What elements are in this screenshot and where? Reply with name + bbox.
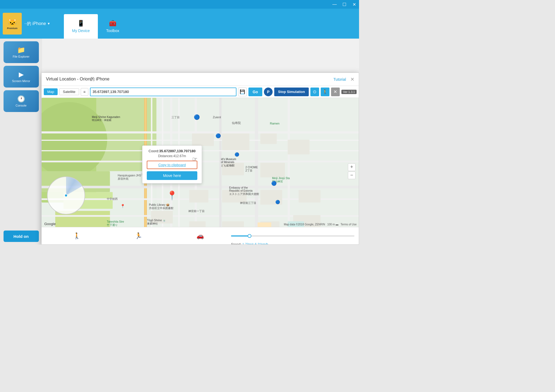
dialog-titlebar: Virtual Location - Orion的 iPhone Tutoria… [42, 73, 359, 86]
screen-mirror-icon: ▶ [19, 71, 24, 78]
popup-coordinate: Coord:35.672897,139.707180 [147, 149, 197, 153]
save-button[interactable]: 💾 [238, 88, 247, 96]
speed-slider[interactable]: Speed: 1.73m/s 6.21km/h [231, 231, 354, 241]
device-name-text: ··的 iPhone [24, 21, 46, 27]
toolbox-label: Toolbox [106, 29, 119, 33]
svg-rect-30 [260, 163, 285, 178]
device-selector[interactable]: ··的 iPhone ▼ [24, 21, 50, 27]
zoom-controls: + − [348, 163, 356, 179]
satellite-view-button[interactable]: Satellite [59, 88, 79, 95]
coord-value-bold: 35.672897,139.707180 [159, 149, 196, 153]
svg-rect-27 [260, 133, 277, 144]
map-icon-4: 🔵 [271, 181, 277, 186]
label-ramen: Ramen [270, 122, 279, 125]
svg-rect-26 [222, 133, 250, 150]
version-badge: Ver 1.3.1 [341, 90, 357, 94]
parking-label: P [267, 90, 269, 94]
run-mode-icon[interactable]: 🏃 [108, 232, 169, 239]
label-togo: Tōgō Shrine 🍵東郷神社 [147, 219, 166, 226]
coordinate-input[interactable] [90, 88, 236, 96]
recenter-icon: ⊙ [313, 89, 316, 94]
tab-toolbox[interactable]: 🧰 Toolbox [98, 14, 127, 39]
label-senjuin: 仙寿院 [232, 121, 241, 125]
svg-rect-25 [192, 133, 214, 146]
main-content: 📁 File Explorer ▶ Screen Mirror 🕐 Consol… [0, 39, 359, 245]
label-harajuku-jhs: Harajukugaien JHS原宿外苑 [118, 174, 141, 181]
label-museum-minerals: id's Museumof Mineralsども鉱物館 [221, 158, 236, 167]
save-icon: 💾 [240, 89, 245, 94]
slider-track [231, 235, 354, 237]
map-attribution: Map data ©2018 Google, ZENRIN 100 m ▬ Te… [284, 223, 357, 226]
map-area[interactable]: Meiji Shrine Kaguraden明治神宮・神楽殿 Zuienl 三丁… [42, 98, 359, 244]
speed-value: 1.73m/s 6.21km/h [242, 242, 268, 245]
label-jingumae1: 神宮前一丁目 [188, 209, 205, 213]
compass-inner [48, 177, 85, 214]
label-takeshita: Takeshita Stre竹下通り [107, 220, 124, 227]
toolbox-icon: 🧰 [109, 20, 116, 27]
label-meiji-shrine: Meiji Shrine Kaguraden明治神宮・神楽殿 [92, 116, 120, 122]
my-device-label: My Device [72, 29, 90, 33]
coordinate-popup: Coord:35.672897,139.707180 Distances:412… [142, 145, 202, 183]
label-2chome: 2 CHOME2丁目 [245, 166, 258, 173]
dialog-close-button[interactable]: ✕ [350, 76, 354, 82]
label-estonia: Embassy of theRepublic of Estoniaエストニア共和… [229, 186, 259, 196]
device-dropdown-arrow: ▼ [47, 22, 50, 26]
tutorial-link[interactable]: Tutorial [333, 77, 346, 82]
map-icon-1: 🔵 [194, 114, 200, 120]
speed-label: Speed: [231, 242, 241, 245]
file-explorer-icon: 📁 [17, 46, 25, 54]
walk-icon-speed: 🚶 [73, 232, 80, 239]
parking-button[interactable]: P [264, 88, 273, 96]
file-explorer-label: File Explorer [13, 55, 30, 58]
minimize-button[interactable]: — [332, 2, 337, 7]
slider-thumb[interactable] [248, 234, 251, 238]
direction-compass [47, 176, 85, 214]
hold-on-button[interactable]: Hold on [4, 231, 39, 242]
close-button[interactable]: ✕ [351, 2, 357, 7]
zoom-out-button[interactable]: − [348, 172, 356, 179]
move-here-button[interactable]: Move here [147, 171, 197, 180]
sidebar-item-console[interactable]: 🕐 Console [4, 90, 39, 112]
map-icon-3: 🔵 [235, 152, 239, 157]
walk-icon: 🚶 [322, 89, 328, 94]
logo-icon: 🐱 [8, 18, 17, 27]
coord-prefix: Coord: [149, 149, 159, 153]
label-chugakkou: 中学校西 [107, 197, 118, 201]
popup-distance: Distances:412.67m [147, 154, 197, 158]
recenter-button[interactable]: ⊙ [310, 88, 319, 96]
stop-simulation-button[interactable]: Stop Simulation [274, 88, 309, 96]
console-label: Console [15, 104, 26, 107]
screen-mirror-label: Screen Mirror [12, 79, 30, 83]
map-view-button[interactable]: Map [44, 88, 58, 95]
sidebar-item-screen-mirror[interactable]: ▶ Screen Mirror [4, 66, 39, 88]
map-content: Meiji Shrine Kaguraden明治神宮・神楽殿 Zuienl 三丁… [42, 98, 359, 244]
dialog-title: Virtual Location - Orion的 iPhone [46, 76, 110, 82]
svg-rect-34 [299, 190, 320, 203]
sidebar-item-file-explorer[interactable]: 📁 File Explorer [4, 41, 39, 63]
walk-mode-icon[interactable]: 🚶 [46, 232, 108, 239]
map-toolbar: Map Satellite ≡ 💾 Go P Stop Simulation ⊙… [42, 86, 359, 98]
map-icon-9: 📍 [120, 204, 125, 208]
list-button[interactable]: ≡ [81, 88, 88, 96]
maximize-button[interactable]: ☐ [342, 2, 347, 7]
speed-info: Speed: 1.73m/s 6.21km/h [231, 242, 268, 245]
go-button[interactable]: Go [248, 88, 262, 96]
label-sanchome: 三丁目 [172, 116, 180, 119]
zoom-in-button[interactable]: + [348, 163, 356, 171]
run-mode-button[interactable]: ✕ [331, 88, 340, 96]
svg-rect-31 [189, 190, 208, 203]
nav-tabs: 📱 My Device 🧰 Toolbox [64, 9, 127, 39]
compass-dot [64, 194, 68, 197]
svg-rect-28 [288, 140, 309, 154]
speed-bar: 🚶 🏃 🚗 Speed: 1.73m/s 6.2 [42, 227, 359, 244]
drive-mode-icon[interactable]: 🚗 [169, 232, 231, 239]
label-library: Public Library 📦渋谷区立中央図書館 [149, 203, 173, 210]
walk-mode-button[interactable]: 🚶 [321, 88, 329, 96]
copy-clipboard-button[interactable]: Copy to clipboard [147, 161, 197, 169]
map-icon-5: 🔵 [275, 200, 280, 204]
my-device-icon: 📱 [77, 20, 85, 27]
tab-my-device[interactable]: 📱 My Device [64, 14, 98, 39]
title-bar: — ☐ ✕ [0, 0, 359, 9]
app-logo: 🐱 Premium [3, 13, 22, 35]
car-icon-speed: 🚗 [197, 232, 204, 239]
